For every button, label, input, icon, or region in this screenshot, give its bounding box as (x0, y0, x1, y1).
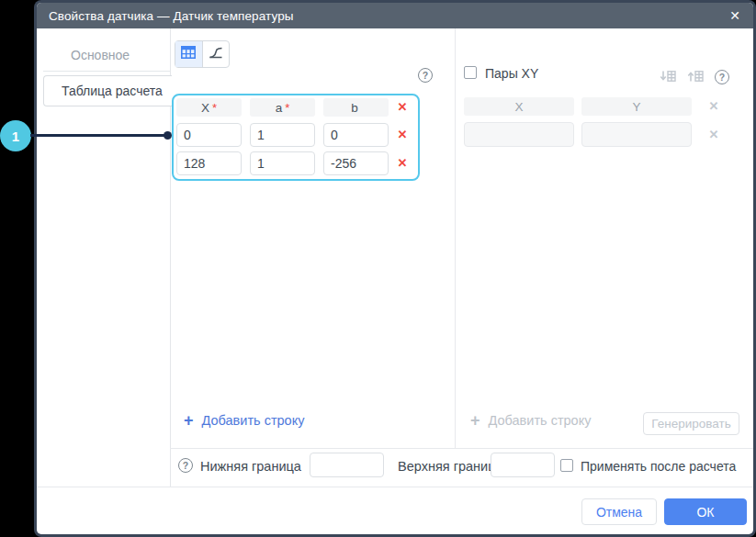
row2-x-input[interactable] (176, 151, 242, 175)
plus-icon: + (470, 412, 480, 429)
lower-bound-input[interactable] (310, 453, 384, 477)
row1-b-input[interactable] (323, 123, 389, 147)
chart-line-icon (209, 46, 223, 62)
row1-a-input[interactable] (250, 123, 315, 147)
callout-1-line (30, 134, 166, 137)
column-header-b: b (323, 98, 389, 117)
tab-tablica-rascheta[interactable]: Таблица расчета (43, 75, 172, 106)
pairs-add-row-button[interactable]: + Добавить строку (470, 410, 591, 431)
title-bar: Свойства датчика — Датчик температуры (37, 3, 753, 28)
pairs-delete-row1-icon[interactable]: ✕ (706, 128, 721, 142)
calc-table-help-icon[interactable]: ? (418, 68, 433, 83)
pairs-delete-all-icon[interactable]: ✕ (706, 99, 721, 114)
upper-bound-label: Верхняя граница (398, 459, 503, 474)
plus-icon: + (184, 412, 194, 429)
lower-bound-label: Нижняя граница (200, 459, 301, 474)
delete-row1-icon[interactable]: ✕ (395, 128, 410, 142)
required-asterisk: * (285, 101, 289, 115)
required-asterisk: * (212, 101, 217, 115)
dialog-title: Свойства датчика — Датчик температуры (37, 9, 294, 23)
row1-x-input[interactable] (176, 123, 242, 147)
add-row-button[interactable]: + Добавить строку (184, 410, 304, 431)
generate-button[interactable]: Генерировать (643, 412, 739, 435)
callout-1-badge: 1 (0, 120, 31, 151)
upper-bound-input[interactable] (491, 453, 555, 477)
delete-row2-icon[interactable]: ✕ (395, 156, 410, 171)
pairs-y-label: Y (632, 100, 640, 114)
close-icon[interactable]: ✕ (729, 3, 740, 28)
column-header-a: a * (250, 98, 315, 117)
fill-table-down-icon[interactable] (660, 69, 676, 87)
pairs-x-label: X (514, 100, 523, 114)
pairs-row1-x-input[interactable] (464, 122, 574, 147)
view-toggle-group (175, 40, 230, 68)
add-row-label: Добавить строку (202, 413, 305, 428)
panel-divider (455, 28, 456, 448)
footer-divider (37, 487, 753, 487)
pairs-xy-label: Пары XY (485, 66, 538, 81)
column-b-label: b (351, 101, 358, 115)
apply-after-calc-label: Применять после расчета (581, 459, 736, 474)
pairs-help-icon[interactable]: ? (715, 70, 729, 84)
ok-button[interactable]: ОК (664, 498, 747, 525)
callout-1-dot (164, 131, 172, 140)
pairs-column-header-y: Y (581, 97, 692, 116)
pairs-column-header-x: X (464, 97, 574, 116)
bounds-help-icon[interactable]: ? (178, 458, 193, 473)
apply-after-calc-checkbox[interactable] (560, 459, 573, 472)
table-view-button[interactable] (175, 41, 202, 67)
calc-table: X * a * b ✕ ✕ ✕ (172, 94, 420, 181)
pairs-add-row-label: Добавить строку (489, 413, 592, 428)
cancel-button[interactable]: Отмена (581, 498, 657, 525)
table-grid-icon (181, 46, 196, 62)
pairs-xy-checkbox[interactable] (464, 66, 477, 79)
dialog-body: Свойства датчика — Датчик температуры ✕ … (37, 3, 753, 534)
sensor-properties-dialog: Свойства датчика — Датчик температуры ✕ … (34, 0, 756, 537)
delete-all-rows-icon[interactable]: ✕ (395, 100, 410, 115)
tab-osnovnoe-label: Основное (71, 48, 130, 62)
fill-table-up-icon[interactable] (687, 69, 704, 87)
chart-view-button[interactable] (202, 41, 230, 67)
column-a-label: a (276, 101, 283, 115)
row2-a-input[interactable] (250, 151, 315, 175)
tab-osnovnoe[interactable]: Основное (43, 39, 170, 72)
column-header-x: X * (176, 98, 242, 117)
column-x-label: X (201, 101, 209, 115)
bounds-divider (170, 448, 753, 449)
pairs-row1-y-input[interactable] (581, 122, 692, 147)
row2-b-input[interactable] (323, 151, 389, 175)
tab-tablica-rascheta-label: Таблица расчета (62, 84, 163, 98)
